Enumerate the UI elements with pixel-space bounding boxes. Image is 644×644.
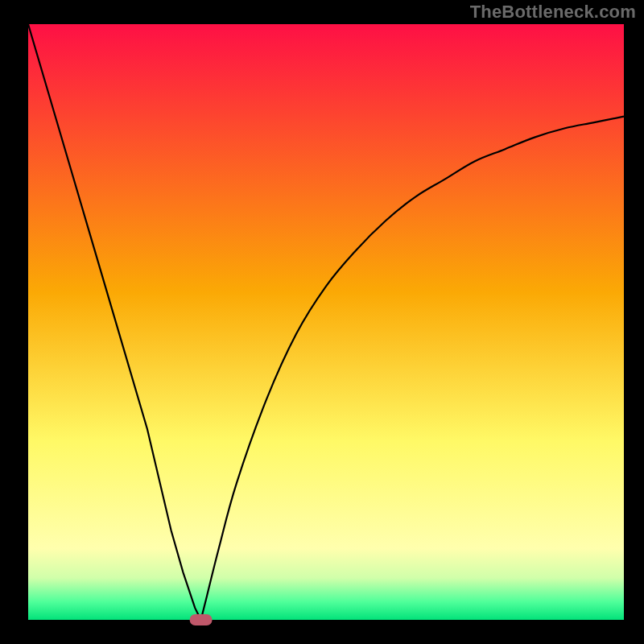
- bottleneck-chart: [0, 0, 644, 644]
- plot-background: [28, 24, 624, 620]
- minimum-marker: [190, 614, 213, 625]
- watermark-text: TheBottleneck.com: [470, 2, 636, 23]
- chart-frame: TheBottleneck.com: [0, 0, 644, 644]
